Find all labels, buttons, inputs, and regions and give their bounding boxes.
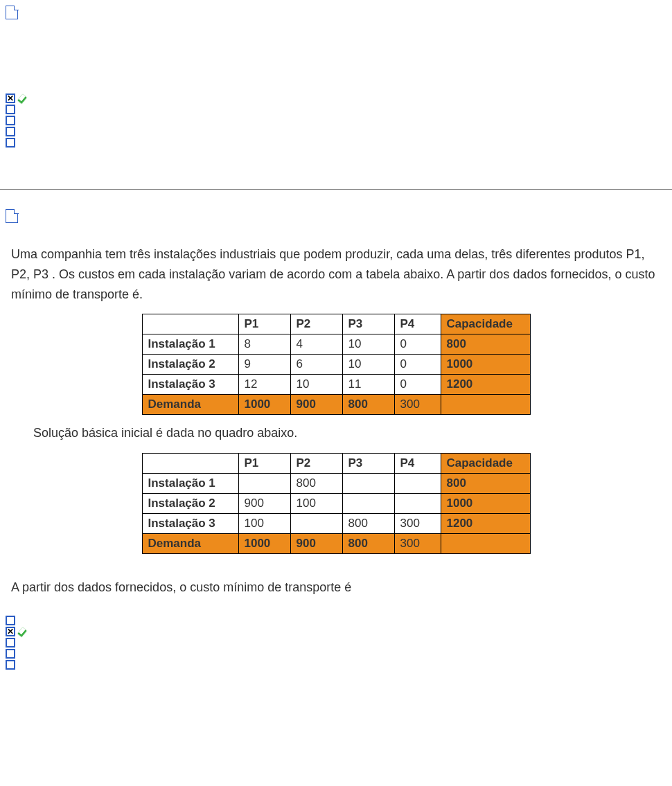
th-capacity: Capacidade [441, 454, 530, 474]
document-icon [6, 209, 18, 223]
checkbox[interactable] [6, 127, 15, 136]
checkbox[interactable]: ✕ [6, 93, 15, 103]
row-label: Instalação 2 [142, 355, 238, 375]
option-row [6, 638, 666, 647]
question-outro-text: A partir dos dados fornecidos, o custo m… [11, 578, 661, 598]
row-label: Instalação 1 [142, 474, 238, 494]
cell-capacity [441, 534, 530, 554]
th-p2: P2 [290, 314, 342, 334]
cell [342, 494, 394, 514]
th-p1: P1 [238, 314, 290, 334]
checkbox[interactable] [6, 138, 15, 148]
cell: 0 [394, 375, 441, 395]
cell: 800 [342, 395, 394, 415]
th-p2: P2 [290, 454, 342, 474]
correct-check-icon [18, 95, 28, 102]
checkbox[interactable] [6, 616, 15, 625]
cell: 8 [238, 334, 290, 355]
cell: 10 [342, 355, 394, 375]
option-row [6, 616, 666, 625]
checkbox[interactable] [6, 638, 15, 647]
option-row [6, 127, 666, 136]
option-row [6, 649, 666, 659]
cell: 6 [290, 355, 342, 375]
cell-capacity: 1000 [441, 494, 530, 514]
checkbox[interactable] [6, 649, 15, 659]
row-label: Instalação 2 [142, 494, 238, 514]
cell: 100 [290, 494, 342, 514]
row-label: Demanda [142, 534, 238, 554]
cell: 9 [238, 355, 290, 375]
cell: 1000 [238, 534, 290, 554]
q1-options: ✕ [6, 93, 666, 148]
cell-capacity: 1000 [441, 355, 530, 375]
cell: 0 [394, 334, 441, 355]
cell [342, 474, 394, 494]
cell [394, 494, 441, 514]
cost-table: P1P2P3P4CapacidadeInstalação 184100800In… [142, 314, 531, 415]
cell [290, 514, 342, 534]
correct-check-icon [18, 628, 28, 635]
checkbox[interactable] [6, 660, 15, 670]
cell: 1000 [238, 395, 290, 415]
cell: 10 [342, 334, 394, 355]
table-row: Instalação 312101101200 [142, 375, 530, 395]
table-row: Instalação 2961001000 [142, 355, 530, 375]
cell-capacity: 800 [441, 474, 530, 494]
mid-text: Solução básica inicial é dada no quadro … [33, 423, 661, 443]
question-1-block: ✕ [6, 0, 666, 148]
table-row: Instalação 31008003001200 [142, 514, 530, 534]
option-row [6, 105, 666, 114]
cell: 800 [342, 534, 394, 554]
option-row: ✕ [6, 93, 666, 103]
cell: 4 [290, 334, 342, 355]
cell: 300 [394, 395, 441, 415]
document-icon [6, 6, 18, 19]
cell [394, 474, 441, 494]
checkbox[interactable] [6, 105, 15, 114]
cell: 900 [238, 494, 290, 514]
cell [238, 474, 290, 494]
th-capacity: Capacidade [441, 314, 530, 334]
cell: 300 [394, 514, 441, 534]
question-2-block: Uma companhia tem três instalações indus… [6, 204, 666, 670]
cell: 300 [394, 534, 441, 554]
cell: 11 [342, 375, 394, 395]
table-row: Instalação 184100800 [142, 334, 530, 355]
checkbox[interactable] [6, 116, 15, 125]
cell-capacity: 1200 [441, 375, 530, 395]
cell: 900 [290, 395, 342, 415]
option-row: ✕ [6, 627, 666, 636]
th-p3: P3 [342, 454, 394, 474]
cell: 800 [342, 514, 394, 534]
th-p3: P3 [342, 314, 394, 334]
option-row [6, 660, 666, 670]
cell-capacity: 1200 [441, 514, 530, 534]
th-p4: P4 [394, 454, 441, 474]
row-label: Instalação 1 [142, 334, 238, 355]
cell: 10 [290, 375, 342, 395]
cell: 800 [290, 474, 342, 494]
row-label: Instalação 3 [142, 514, 238, 534]
th-blank [142, 454, 238, 474]
th-p4: P4 [394, 314, 441, 334]
solution-table: P1P2P3P4CapacidadeInstalação 1800800Inst… [142, 453, 531, 554]
demand-row: Demanda1000900800300 [142, 534, 530, 554]
cell: 100 [238, 514, 290, 534]
cell-capacity: 800 [441, 334, 530, 355]
separator [0, 189, 672, 190]
cell-capacity [441, 395, 530, 415]
q2-options: ✕ [6, 616, 666, 670]
cell: 900 [290, 534, 342, 554]
cell: 0 [394, 355, 441, 375]
table-row: Instalação 1800800 [142, 474, 530, 494]
demand-row: Demanda1000900800300 [142, 395, 530, 415]
row-label: Instalação 3 [142, 375, 238, 395]
checkbox[interactable]: ✕ [6, 627, 15, 636]
option-row [6, 116, 666, 125]
question-intro-text: Uma companhia tem três instalações indus… [11, 244, 661, 304]
cell: 12 [238, 375, 290, 395]
row-label: Demanda [142, 395, 238, 415]
th-p1: P1 [238, 454, 290, 474]
table-row: Instalação 29001001000 [142, 494, 530, 514]
